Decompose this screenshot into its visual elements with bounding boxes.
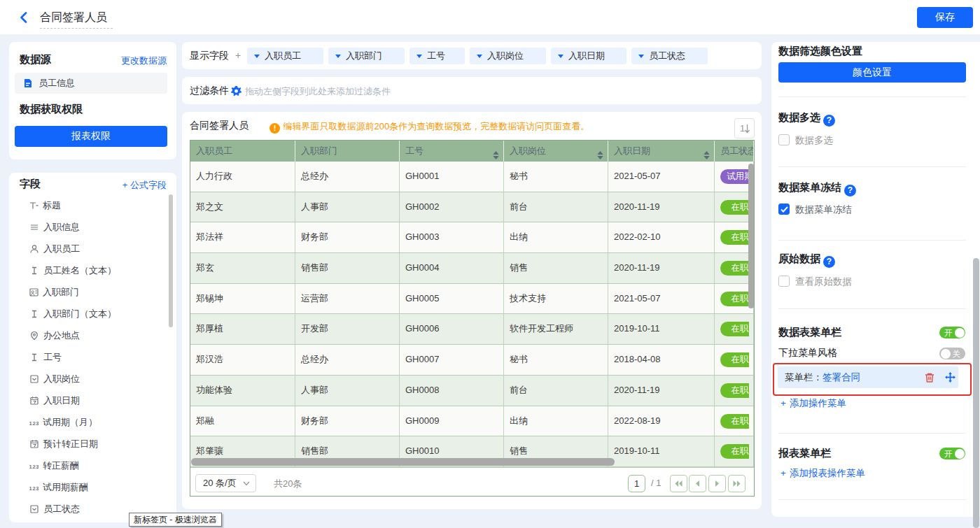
svg-text:123: 123	[29, 485, 38, 492]
svg-text:1: 1	[740, 123, 745, 134]
svg-text:123: 123	[29, 420, 38, 427]
svg-text:123: 123	[29, 464, 38, 470]
